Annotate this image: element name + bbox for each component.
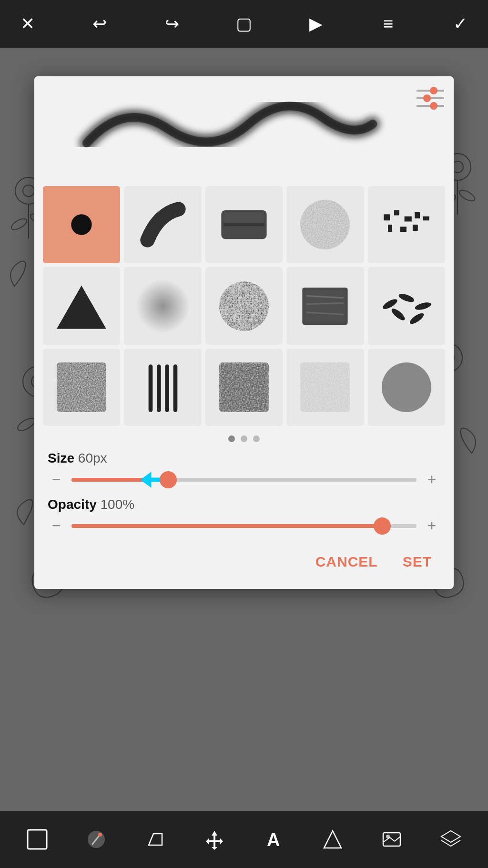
svg-line-43 <box>306 303 344 304</box>
opacity-decrease-button[interactable]: − <box>48 517 65 535</box>
svg-rect-32 <box>415 212 420 218</box>
brush-cell-gray-circle[interactable] <box>368 349 445 426</box>
brush-cell-noisy-square[interactable] <box>205 349 283 426</box>
pagination-dots <box>34 435 454 442</box>
svg-point-48 <box>390 307 407 322</box>
move-tool-button[interactable] <box>195 820 234 858</box>
svg-rect-57 <box>300 362 350 412</box>
brush-cell-dot[interactable] <box>43 186 120 263</box>
size-slider-thumb[interactable] <box>160 471 177 488</box>
brush-cell-rectangle-smear[interactable] <box>205 186 283 263</box>
size-increase-button[interactable]: + <box>423 471 440 488</box>
svg-marker-37 <box>57 285 106 329</box>
brush-cell-rough-texture[interactable] <box>43 349 120 426</box>
brush-cell-vertical-lines[interactable] <box>124 349 201 426</box>
redo-button[interactable]: ↪ <box>160 11 184 36</box>
opacity-control: Opacity 100% − + <box>34 493 454 535</box>
frame-button[interactable]: ▢ <box>232 11 256 36</box>
svg-rect-29 <box>384 215 390 221</box>
svg-point-47 <box>414 301 432 311</box>
svg-line-70 <box>390 837 395 841</box>
brush-settings-icon[interactable] <box>417 86 444 113</box>
shape-tool-button[interactable] <box>314 820 352 858</box>
opacity-label: Opacity 100% <box>48 497 440 512</box>
opacity-slider-fill <box>71 524 382 528</box>
opacity-slider-track <box>71 524 417 528</box>
svg-point-19 <box>430 87 437 94</box>
svg-rect-26 <box>224 212 265 223</box>
svg-marker-65 <box>206 831 223 850</box>
pagination-dot-3[interactable] <box>253 435 260 442</box>
opacity-slider-row: − + <box>48 517 440 535</box>
svg-point-49 <box>408 311 426 326</box>
eraser-tool-button[interactable] <box>136 820 174 858</box>
svg-point-45 <box>381 297 398 311</box>
brush-cell-speckled-circle[interactable] <box>205 267 283 344</box>
svg-text:A: A <box>267 830 280 850</box>
dialog-buttons: CANCEL SET <box>34 539 454 578</box>
opacity-value: 100% <box>100 497 134 512</box>
brush-preview-area <box>34 76 454 181</box>
svg-line-71 <box>395 837 400 841</box>
svg-point-1 <box>23 185 34 196</box>
svg-rect-60 <box>28 830 47 849</box>
size-slider-track <box>71 478 417 482</box>
brush-cell-dotted[interactable] <box>368 186 445 263</box>
brush-cell-light-speckle[interactable] <box>286 349 364 426</box>
svg-rect-50 <box>57 362 106 412</box>
size-control: Size 60px − + <box>34 447 454 488</box>
svg-point-28 <box>300 200 350 249</box>
pagination-dot-2[interactable] <box>241 435 247 442</box>
size-decrease-button[interactable]: − <box>48 471 65 488</box>
cancel-button[interactable]: CANCEL <box>311 550 383 574</box>
opacity-slider-track-wrap[interactable] <box>71 524 417 528</box>
svg-point-23 <box>430 102 437 110</box>
brush-picker-modal: Size 60px − + Opacity 100% − <box>34 76 454 589</box>
pen-tool-button[interactable] <box>77 820 115 858</box>
brush-cell-grainy-circle[interactable] <box>286 186 364 263</box>
svg-marker-64 <box>149 834 162 845</box>
svg-point-39 <box>219 281 269 331</box>
image-tool-button[interactable] <box>373 820 411 858</box>
confirm-button[interactable]: ✓ <box>448 11 473 36</box>
svg-point-72 <box>386 835 390 838</box>
pagination-dot-1[interactable] <box>228 435 235 442</box>
opacity-increase-button[interactable]: + <box>423 517 440 535</box>
size-value: 60px <box>78 451 107 465</box>
svg-marker-73 <box>441 831 460 842</box>
opacity-slider-thumb[interactable] <box>374 517 391 535</box>
svg-point-58 <box>382 362 431 412</box>
close-button[interactable]: ✕ <box>15 11 40 36</box>
brush-grid <box>34 181 454 429</box>
brush-cell-soft-circle[interactable] <box>124 267 201 344</box>
size-label: Size 60px <box>48 451 440 466</box>
svg-point-38 <box>136 279 190 333</box>
svg-point-3 <box>10 217 28 232</box>
canvas-tool-button[interactable] <box>18 820 56 858</box>
svg-marker-67 <box>324 831 341 848</box>
svg-rect-56 <box>221 364 266 410</box>
svg-rect-34 <box>388 225 392 232</box>
bottom-toolbar: A <box>0 811 488 868</box>
brush-cell-triangle[interactable] <box>43 267 120 344</box>
svg-point-46 <box>397 292 415 303</box>
play-button[interactable]: ▶ <box>304 11 328 36</box>
brush-cell-rough-square[interactable] <box>286 267 364 344</box>
set-button[interactable]: SET <box>398 550 437 574</box>
menu-button[interactable]: ≡ <box>376 11 401 36</box>
brush-cell-smear[interactable] <box>124 186 201 263</box>
svg-rect-31 <box>404 217 411 222</box>
brush-cell-scattered[interactable] <box>368 267 445 344</box>
undo-button[interactable]: ↩ <box>87 11 112 36</box>
svg-rect-35 <box>400 227 407 232</box>
svg-rect-33 <box>423 217 429 221</box>
svg-rect-30 <box>394 210 399 216</box>
svg-point-21 <box>423 94 431 102</box>
svg-point-63 <box>98 833 102 837</box>
svg-point-8 <box>16 416 37 433</box>
size-slider-row: − + <box>48 471 440 488</box>
layers-tool-button[interactable] <box>432 820 470 858</box>
text-tool-button[interactable]: A <box>254 820 293 858</box>
size-slider-track-wrap[interactable] <box>71 478 417 482</box>
svg-point-14 <box>458 188 476 203</box>
